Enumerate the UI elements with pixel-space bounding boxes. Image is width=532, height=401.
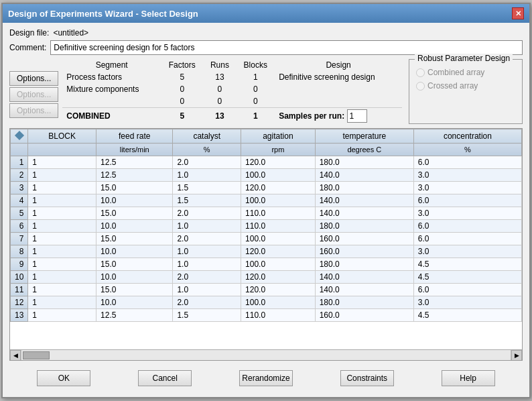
col-agitation: agitation xyxy=(241,129,316,144)
concentration-cell: 3.0 xyxy=(413,182,521,194)
table-row: 8 1 10.0 1.0 120.0 160.0 3.0 xyxy=(11,245,522,258)
table-row: 13 1 12.5 1.5 110.0 160.0 4.5 xyxy=(11,309,522,322)
concentration-cell: 3.0 xyxy=(413,207,521,220)
agitation-cell: 100.0 xyxy=(241,296,316,309)
ok-button[interactable]: OK xyxy=(37,370,90,386)
content-area: Design file: <untitled> Comment: Options… xyxy=(3,23,529,397)
segment-3 xyxy=(62,95,161,108)
cancel-button[interactable]: Cancel xyxy=(138,370,192,386)
crossed-array-radio[interactable] xyxy=(416,82,425,91)
catalyst-cell: 1.0 xyxy=(173,284,241,296)
footer: OK Cancel Rerandomize Constraints Help xyxy=(9,365,523,392)
scroll-right-arrow[interactable]: ▶ xyxy=(511,350,522,361)
concentration-cell: 6.0 xyxy=(413,233,521,245)
factors-3: 0 xyxy=(161,95,204,108)
feed-rate-cell: 12.5 xyxy=(96,309,173,322)
catalyst-cell: 1.5 xyxy=(173,182,241,194)
table-row: 0 0 0 xyxy=(62,95,402,108)
sub-row-num xyxy=(11,144,28,156)
scroll-left-arrow[interactable]: ◀ xyxy=(10,350,21,361)
feed-rate-cell: 15.0 xyxy=(96,233,173,245)
concentration-cell: 6.0 xyxy=(413,156,521,169)
row-num: 9 xyxy=(11,258,28,271)
row-num: 3 xyxy=(11,182,28,194)
table-row: 10 1 10.0 2.0 120.0 140.0 4.5 xyxy=(11,271,522,284)
combined-array-option[interactable]: Combined array xyxy=(416,68,515,77)
feed-rate-cell: 10.0 xyxy=(96,245,173,258)
catalyst-cell: 2.0 xyxy=(173,207,241,220)
catalyst-cell: 2.0 xyxy=(173,233,241,245)
feed-rate-cell: 15.0 xyxy=(96,207,173,220)
samples-input[interactable] xyxy=(347,109,367,123)
comment-row: Comment: xyxy=(9,40,523,55)
top-section: Design file: <untitled> Comment: xyxy=(9,28,523,55)
agitation-cell: 120.0 xyxy=(241,245,316,258)
block-cell: 1 xyxy=(28,182,96,194)
row-num: 5 xyxy=(11,207,28,220)
row-num: 12 xyxy=(11,296,28,309)
agitation-cell: 120.0 xyxy=(241,182,316,194)
agitation-cell: 100.0 xyxy=(241,233,316,245)
concentration-cell: 6.0 xyxy=(413,220,521,233)
agitation-cell: 110.0 xyxy=(241,309,316,322)
catalyst-cell: 1.0 xyxy=(173,245,241,258)
agitation-cell: 110.0 xyxy=(241,207,316,220)
concentration-cell: 3.0 xyxy=(413,296,521,309)
main-window: Design of Experiments Wizard - Select De… xyxy=(1,3,531,398)
col-segment: Segment xyxy=(62,59,161,71)
sub-catalyst: % xyxy=(173,144,241,156)
segment-1: Process factors xyxy=(62,71,161,83)
temperature-cell: 160.0 xyxy=(315,245,413,258)
col-factors: Factors xyxy=(161,59,204,71)
concentration-cell: 3.0 xyxy=(413,169,521,182)
options-button-1[interactable]: Options... xyxy=(9,71,58,86)
catalyst-cell: 1.0 xyxy=(173,220,241,233)
temperature-cell: 180.0 xyxy=(315,156,413,169)
window-title: Design of Experiments Wizard - Select De… xyxy=(8,9,198,19)
table-row: Mixture components 0 0 0 xyxy=(62,83,402,95)
robust-parameter-design-group: Robust Parameter Design Combined array C… xyxy=(409,59,523,124)
options-button-2: Options... xyxy=(9,87,58,102)
block-cell: 1 xyxy=(28,169,96,182)
block-cell: 1 xyxy=(28,194,96,207)
temperature-cell: 140.0 xyxy=(315,207,413,220)
horizontal-scrollbar[interactable]: ◀ ▶ xyxy=(10,349,522,360)
rerandomize-button[interactable]: Rerandomize xyxy=(239,370,293,386)
catalyst-cell: 1.5 xyxy=(173,194,241,207)
row-num: 8 xyxy=(11,245,28,258)
options-button-3: Options... xyxy=(9,103,58,118)
catalyst-cell: 1.5 xyxy=(173,309,241,322)
agitation-cell: 100.0 xyxy=(241,194,316,207)
block-cell: 1 xyxy=(28,207,96,220)
row-num: 2 xyxy=(11,169,28,182)
factors-2: 0 xyxy=(161,83,204,95)
help-button[interactable]: Help xyxy=(442,370,495,386)
data-table-wrapper[interactable]: BLOCK feed rate catalyst agitation xyxy=(10,129,522,349)
agitation-cell: 120.0 xyxy=(241,156,316,169)
block-cell: 1 xyxy=(28,284,96,296)
row-num: 7 xyxy=(11,233,28,245)
concentration-cell: 6.0 xyxy=(413,284,521,296)
feed-rate-cell: 10.0 xyxy=(96,220,173,233)
combined-array-label: Combined array xyxy=(427,68,484,77)
table-row: 5 1 15.0 2.0 110.0 140.0 3.0 xyxy=(11,207,522,220)
comment-input[interactable] xyxy=(50,40,523,55)
row-num: 6 xyxy=(11,220,28,233)
table-row: Process factors 5 13 1 Definitive screen… xyxy=(62,71,402,83)
catalyst-cell: 1.0 xyxy=(173,258,241,271)
temperature-cell: 140.0 xyxy=(315,271,413,284)
close-button[interactable]: ✕ xyxy=(512,7,524,19)
block-cell: 1 xyxy=(28,296,96,309)
block-cell: 1 xyxy=(28,245,96,258)
crossed-array-option[interactable]: Crossed array xyxy=(416,81,515,91)
row-num: 11 xyxy=(11,284,28,296)
temperature-cell: 160.0 xyxy=(315,233,413,245)
table-row: 9 1 15.0 1.0 100.0 180.0 4.5 xyxy=(11,258,522,271)
title-bar: Design of Experiments Wizard - Select De… xyxy=(3,4,529,23)
constraints-button[interactable]: Constraints xyxy=(340,370,394,386)
temperature-cell: 180.0 xyxy=(315,220,413,233)
feed-rate-cell: 15.0 xyxy=(96,182,173,194)
design-file-label: Design file: xyxy=(9,28,49,38)
combined-array-radio[interactable] xyxy=(416,68,425,77)
col-temperature: temperature xyxy=(315,129,413,144)
